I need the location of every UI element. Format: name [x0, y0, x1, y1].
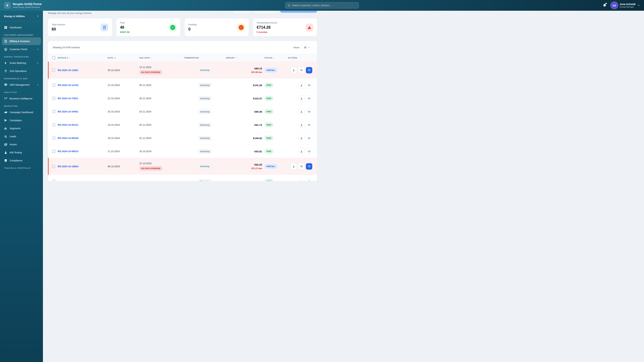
table-row: RE-2024-10-9412119.10.202402.11.2024Elec… [48, 118, 317, 132]
cell-commodities: Electricity [184, 145, 226, 158]
table-row: ElectricityPAID [48, 175, 317, 181]
sidebar-item-campaigns[interactable]: Campaigns [2, 116, 41, 124]
invoice-link[interactable]: RE-2024-10-89448 [58, 137, 78, 139]
cell-due-date: 03.11.2024 [139, 105, 184, 118]
status-badge: PARTIAL [264, 164, 277, 169]
column-header[interactable]: STATUS [264, 57, 276, 59]
invoice-link[interactable]: RE-2024-10-34561 [58, 110, 78, 113]
sidebar-item-label: Customer Portal [10, 48, 27, 51]
column-header[interactable]: DATE [108, 57, 116, 59]
stat-value: 46 [120, 25, 130, 30]
download-invoice-button[interactable] [298, 135, 304, 141]
invoice-link[interactable]: RE-2024-10-14281 [58, 69, 78, 71]
invoice-link[interactable]: RE-2024-10-74911 [58, 97, 78, 100]
commodity-badge: Electricity [198, 83, 212, 87]
due-date: 05.11.2024 [139, 84, 152, 86]
table-row: RE-2024-10-8561511.10.202425.10.2024Elec… [48, 145, 317, 158]
global-search[interactable] [285, 2, 322, 8]
row-checkbox[interactable] [52, 180, 55, 181]
view-invoice-button[interactable] [298, 67, 304, 73]
view-invoice-button[interactable] [306, 108, 312, 115]
card-icon [308, 69, 310, 71]
view-invoice-button[interactable] [306, 122, 312, 128]
sidebar-item-a-b-testing[interactable]: A/B Testing [2, 149, 41, 156]
download-invoice-button[interactable] [298, 122, 304, 128]
row-checkbox[interactable] [52, 150, 55, 153]
commodity-badge: Electricity [198, 123, 212, 127]
sidebar-item-customer-portal[interactable]: Customer Portal [2, 45, 41, 53]
page-size-select[interactable]: 10 [301, 44, 312, 50]
column-header[interactable]: AMOUNT [226, 57, 238, 59]
commodity-badge: Electricity [198, 68, 212, 72]
stat-info: Paid46€6597.08 [120, 21, 130, 33]
pay-invoice-button[interactable] [306, 67, 312, 73]
search-input[interactable] [292, 4, 322, 7]
sidebar-item-business-intelligence[interactable]: Business Intelligence [2, 95, 41, 102]
sidebar-item-leads[interactable]: Leads [2, 133, 41, 140]
view-invoice-button[interactable] [298, 163, 304, 170]
brand-block: Nexgile-VoltIQ Portal Smart Energy, Smar… [13, 2, 42, 8]
row-checkbox[interactable] [52, 110, 55, 113]
due-date: 13.11.2024 [139, 66, 152, 68]
pay-invoice-button[interactable] [306, 163, 312, 170]
sidebar-item-segments[interactable]: Segments [2, 124, 41, 132]
due-date: 02.11.2024 [139, 123, 152, 126]
download-invoice-button[interactable] [290, 67, 297, 73]
sidebar-item-campaign-dashboard[interactable]: Campaign Dashboard [2, 108, 41, 116]
flask-icon [4, 151, 8, 154]
row-checkbox[interactable] [52, 123, 55, 126]
invoice-link[interactable]: RE-2024-10-94121 [58, 123, 78, 126]
row-checkbox[interactable] [52, 137, 55, 140]
select-all-checkbox[interactable] [52, 56, 55, 59]
view-invoice-button[interactable] [306, 135, 312, 141]
amount-value: €89.49 [226, 110, 262, 113]
invoice-link[interactable]: RE-2024-10-85615 [58, 150, 78, 153]
cell-actions [288, 175, 317, 181]
amount-due: €61.98 due [226, 71, 262, 73]
row-checkbox[interactable] [52, 69, 55, 72]
sidebar-item-assets[interactable]: Assets [2, 141, 41, 148]
row-checkbox[interactable] [52, 84, 55, 87]
sidebar-item-billing-invoices[interactable]: Billing & Invoices [2, 37, 41, 45]
download-invoice-button[interactable] [290, 163, 297, 170]
sidebar-item-grid-operations[interactable]: Grid Operations [2, 67, 41, 75]
actions-group [288, 82, 312, 88]
cell-invoice: RE-2024-10-34561 [58, 105, 108, 118]
download-invoice-button[interactable] [298, 108, 304, 115]
row-checkbox[interactable] [52, 97, 55, 100]
cell-amount: €89.15€61.98 due [226, 62, 264, 79]
amount-value: €92.25 [226, 163, 262, 166]
stat-label: Pending [188, 23, 197, 26]
sidebar-item-compliance[interactable]: Compliance [2, 157, 41, 164]
cell-status: PAID [264, 79, 288, 92]
col-due-date: DUE DATE [139, 54, 184, 62]
view-invoice-button[interactable] [306, 178, 312, 181]
download-invoice-button[interactable] [298, 95, 304, 102]
sidebar-section-label: TRADING & PORTFOLIO [4, 167, 41, 169]
download-invoice-button[interactable] [298, 148, 304, 155]
view-invoice-button[interactable] [306, 82, 312, 88]
sidebar-collapse-button[interactable] [36, 14, 40, 18]
view-invoice-button[interactable] [306, 148, 312, 155]
view-invoice-button[interactable] [306, 95, 312, 102]
sidebar-item-dashboard[interactable]: Dashboard [2, 24, 41, 31]
commodity-badge: Electricity [198, 109, 212, 114]
invoice-link[interactable]: RE-2024-10-14142 [58, 84, 78, 86]
download-invoice-button[interactable] [298, 82, 304, 88]
row-checkbox[interactable] [52, 165, 55, 168]
download-invoice-button[interactable] [298, 178, 304, 181]
column-header[interactable]: DUE DATE [139, 57, 153, 59]
cell-actions [288, 62, 317, 79]
column-header[interactable]: INVOICE # [58, 57, 71, 59]
column-label: INVOICE # [58, 57, 68, 59]
eye-icon [300, 69, 303, 71]
sidebar-item-smart-metering[interactable]: Smart Metering [2, 59, 41, 67]
stat-label: Outstanding Amount [257, 21, 277, 24]
cell-actions [288, 145, 317, 158]
due-date: 22.10.2024 [139, 162, 152, 165]
invoice-link[interactable]: RE-2024-10-16864 [58, 165, 78, 168]
amount-value: €89.15 [226, 67, 262, 70]
cell-due-date: 05.11.2024 [139, 92, 184, 105]
cell-due-date: 02.11.2024 [139, 118, 184, 132]
sidebar-item-der-management[interactable]: DER Management [2, 81, 41, 89]
